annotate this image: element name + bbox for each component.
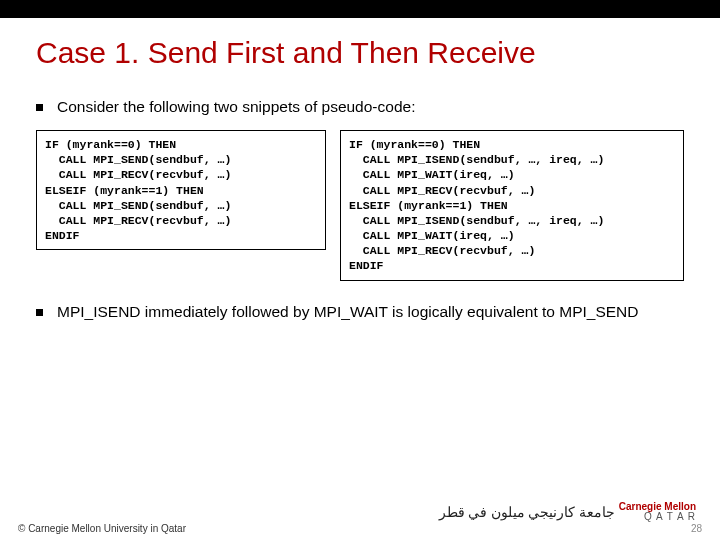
code-left: IF (myrank==0) THEN CALL MPI_SEND(sendbu… (45, 137, 317, 243)
bullet-square-icon (36, 104, 43, 111)
top-black-bar (0, 0, 720, 18)
bullet-note: MPI_ISEND immediately followed by MPI_WA… (36, 303, 684, 321)
slide: Case 1. Send First and Then Receive Cons… (0, 0, 720, 540)
bullet-intro-text: Consider the following two snippets of p… (57, 98, 684, 116)
code-box-left: IF (myrank==0) THEN CALL MPI_SEND(sendbu… (36, 130, 326, 250)
slide-content: Consider the following two snippets of p… (0, 80, 720, 321)
slide-title: Case 1. Send First and Then Receive (0, 18, 720, 80)
footer: © Carnegie Mellon University in Qatar 28 (0, 517, 720, 540)
bullet-square-icon (36, 309, 43, 316)
bullet-note-text: MPI_ISEND immediately followed by MPI_WA… (57, 303, 684, 321)
page-number: 28 (691, 523, 702, 534)
copyright-text: © Carnegie Mellon University in Qatar (18, 523, 186, 534)
code-box-right: IF (myrank==0) THEN CALL MPI_ISEND(sendb… (340, 130, 684, 281)
bullet-intro: Consider the following two snippets of p… (36, 98, 684, 116)
code-right: IF (myrank==0) THEN CALL MPI_ISEND(sendb… (349, 137, 675, 274)
code-boxes-row: IF (myrank==0) THEN CALL MPI_SEND(sendbu… (36, 130, 684, 281)
